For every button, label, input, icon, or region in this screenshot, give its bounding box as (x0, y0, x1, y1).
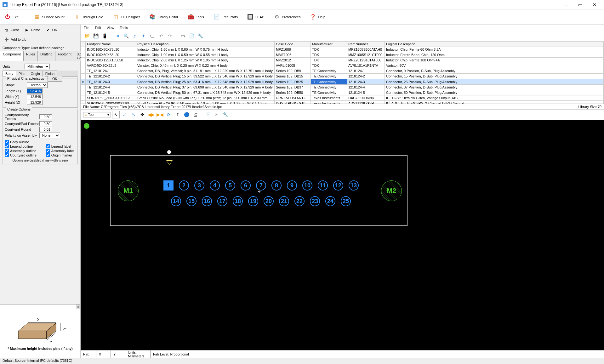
maximize-button[interactable]: ▭ (573, 0, 587, 9)
library-editor-button[interactable]: 📚Library Editor (147, 13, 180, 21)
col-footprint[interactable]: Footprint Name (86, 42, 136, 47)
table-row[interactable]: TE_1218124-1Connector, DB, Plug, Vertica… (81, 68, 604, 74)
footprint-viewer[interactable]: M1 M2 1234567891011121314151617181920212… (81, 120, 604, 350)
tab-component[interactable]: Component (0, 51, 24, 61)
pad-18[interactable]: 18 (233, 196, 243, 206)
table-row[interactable]: TE_1218124-5Connector, DB Vertical Plug;… (81, 90, 604, 95)
height-input[interactable] (27, 100, 43, 105)
minimize-button[interactable]: — (559, 0, 573, 9)
pad-23[interactable]: 23 (310, 196, 320, 206)
demo-button[interactable]: ▶Demo (23, 26, 41, 33)
col-case[interactable]: Case Code (275, 42, 311, 47)
table-row[interactable]: VARC40X20X22L9Varistor, Chip; 0.40 mm L … (81, 63, 604, 68)
pad-24[interactable]: 24 (325, 196, 335, 206)
polarity-select[interactable]: None (39, 133, 60, 138)
pad-15[interactable]: 15 (186, 196, 197, 206)
col-logical[interactable]: Logical Description (385, 42, 604, 47)
wrench-icon[interactable]: 🔧 (197, 32, 204, 40)
ctyd-round-input[interactable] (39, 127, 52, 132)
doc-icon[interactable]: 📄 (188, 32, 195, 40)
table-row[interactable]: ▸TE_1218124-3Connector, DB Vertical Plug… (81, 79, 604, 85)
table-row[interactable]: SOP10P50_300X490X110L55X22Small Outline … (81, 101, 604, 104)
pad-5[interactable]: 5 (225, 180, 235, 191)
settings-icon[interactable]: 🔧 (222, 111, 229, 118)
table-row[interactable]: INDC100X50X55L20Inductor, Chip; 1.00 mm … (81, 52, 604, 58)
subtab-origin[interactable]: Origin (28, 71, 43, 77)
chk-body-outline[interactable] (5, 140, 9, 144)
cursor-icon[interactable]: ↖ (112, 111, 120, 118)
free-parts-button[interactable]: 📄Free Parts (212, 13, 240, 21)
table-row[interactable]: SON13P50_300X200X60L30X24T240X100Small O… (81, 95, 604, 101)
text-icon[interactable]: 𝙸 (174, 111, 181, 118)
table-row[interactable]: TE_1218124-4Connector, DB Vertical Plug;… (81, 85, 604, 90)
redo-icon[interactable]: ↷ (166, 32, 174, 40)
length-input[interactable] (27, 88, 43, 94)
tab-drafting[interactable]: Drafting (37, 51, 55, 61)
search-icon[interactable]: 🔍 (122, 32, 130, 40)
subtab-body[interactable]: Body (3, 71, 16, 77)
flip-h-icon[interactable]: ◀▶ (147, 111, 155, 118)
exit-button[interactable]: ⏻Exit (3, 13, 20, 21)
collapse-icon[interactable]: ⤡ (130, 111, 137, 118)
preferences-button[interactable]: ⚙Preferences (272, 13, 302, 21)
pad-6[interactable]: 6 (241, 180, 251, 191)
pad-2[interactable]: 2 (179, 180, 189, 191)
subtab-pins[interactable]: Pins (16, 71, 28, 77)
pad-21[interactable]: 21 (279, 196, 289, 206)
leap-button[interactable]: 🔲LEAP (245, 13, 266, 21)
ok-button[interactable]: OK (48, 76, 62, 82)
pad-9[interactable]: 9 (287, 180, 297, 191)
move-icon[interactable]: ✥ (139, 111, 146, 118)
help-button[interactable]: ❓Help (308, 13, 327, 21)
menu-tools[interactable]: Tools (120, 26, 128, 30)
chk-assembly-label[interactable] (46, 149, 50, 153)
ctyd-pad-input[interactable] (39, 121, 52, 126)
tab-footprint[interactable]: Footprint (55, 51, 74, 61)
expand-icon[interactable]: ⤢ (121, 111, 128, 118)
pad-3[interactable]: 3 (194, 180, 204, 191)
pad-13[interactable]: 13 (349, 180, 359, 191)
save-icon[interactable]: 💾 (92, 32, 100, 40)
import-icon[interactable]: ⇥ (113, 32, 121, 40)
menu-edit[interactable]: Edit (95, 26, 101, 30)
chk-origin-marker[interactable] (46, 153, 50, 157)
tab-rules[interactable]: Rules (23, 51, 38, 61)
print-icon[interactable]: 🖨 (191, 111, 199, 118)
ctyd-body-input[interactable] (39, 114, 52, 119)
pad-25[interactable]: 25 (341, 196, 351, 206)
add-doc-icon[interactable]: 📄 (204, 111, 212, 118)
preview-close-icon[interactable]: × (76, 304, 80, 309)
through-hole-button[interactable]: ⦀Through Hole (72, 13, 105, 21)
table-row[interactable]: INDC160X80X75L30Inductor, Chip; 1.60 mm … (81, 47, 604, 52)
pad-14[interactable]: 14 (171, 196, 181, 206)
col-manuf[interactable]: Manufacturer (311, 42, 347, 47)
parts-grid[interactable]: Footprint Name Physical Description Case… (81, 41, 604, 104)
flip-v-icon[interactable]: ▶◀ (156, 111, 164, 118)
pad-8[interactable]: 8 (271, 180, 282, 191)
pad-7[interactable]: 7 (256, 180, 266, 191)
shape-select[interactable]: Rectangle (27, 82, 48, 88)
menu-view[interactable]: View (107, 26, 114, 30)
pad-10[interactable]: 10 (302, 180, 312, 191)
screen-icon[interactable]: 🖵 (149, 32, 156, 40)
layer-select[interactable]: ≡Top▾ (83, 112, 111, 117)
open-icon[interactable]: 📂 (83, 32, 91, 40)
pad-4[interactable]: 4 (210, 180, 220, 191)
close-button[interactable]: ✕ (587, 0, 601, 9)
col-desc[interactable]: Physical Description (136, 42, 275, 47)
chk-legend-label[interactable] (46, 144, 50, 148)
pad-22[interactable]: 22 (294, 196, 305, 206)
add-to-lib-button[interactable]: ➕Add to Lib (3, 36, 28, 43)
align-icon[interactable]: ⫽ (131, 32, 139, 40)
clear-button[interactable]: 🗑Clear (3, 26, 20, 33)
pad-11[interactable]: 11 (318, 180, 328, 191)
chk-assembly-outline[interactable] (5, 149, 9, 153)
table-row[interactable]: INDC200X125X105L50Inductor, Chip; 2.00 m… (81, 58, 604, 63)
star-icon[interactable]: ✦ (140, 32, 147, 40)
chip-icon[interactable]: ▭ (179, 32, 186, 40)
rotate-icon[interactable]: ⟳ (165, 111, 173, 118)
pad-17[interactable]: 17 (217, 196, 227, 206)
pad-1[interactable]: 1 (163, 180, 174, 191)
col-part[interactable]: Part Number (347, 42, 385, 47)
surface-mount-button[interactable]: ▦Surface Mount (32, 13, 66, 21)
